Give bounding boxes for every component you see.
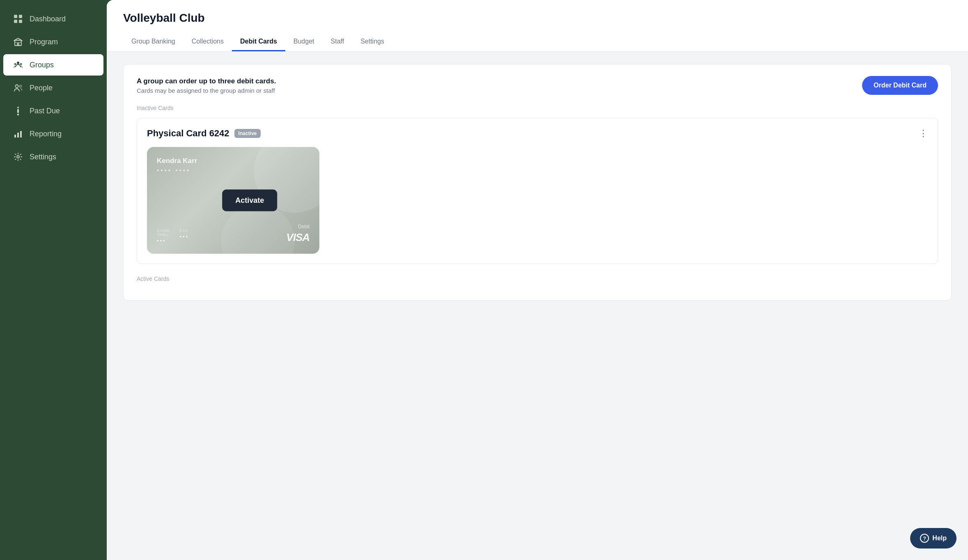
sidebar-item-dashboard[interactable]: Dashboard — [3, 8, 103, 30]
tab-budget[interactable]: Budget — [285, 33, 323, 51]
svg-rect-1 — [19, 15, 22, 18]
tab-staff[interactable]: Staff — [323, 33, 353, 51]
tab-collections[interactable]: Collections — [184, 33, 232, 51]
sidebar-item-label: Groups — [30, 61, 54, 69]
svg-rect-0 — [14, 15, 17, 18]
card-brand: Debit VISA — [286, 224, 310, 244]
svg-point-12 — [20, 85, 22, 87]
svg-rect-13 — [17, 107, 19, 108]
good-thru-label: GOODTHRU — [157, 229, 170, 237]
physical-card-visual: Kendra Karr •••• •••• Activate GOODTHRU … — [147, 147, 319, 254]
alert-icon — [13, 106, 23, 116]
svg-point-8 — [17, 62, 19, 64]
grid-icon — [13, 14, 23, 24]
card-top: Kendra Karr •••• •••• — [157, 157, 310, 174]
sidebar-item-label: Settings — [30, 153, 56, 161]
card-menu-button[interactable]: ⋮ — [919, 129, 928, 138]
svg-rect-15 — [17, 114, 19, 115]
svg-rect-5 — [17, 42, 19, 46]
activate-button[interactable]: Activate — [222, 190, 277, 211]
sidebar-item-groups[interactable]: Groups — [3, 54, 103, 76]
tab-settings[interactable]: Settings — [352, 33, 392, 51]
svg-rect-2 — [14, 20, 17, 23]
svg-point-9 — [14, 63, 16, 65]
cvv-label: CVV — [180, 229, 189, 233]
card-expiry-field: GOODTHRU ••• — [157, 229, 170, 244]
gear-icon — [13, 152, 23, 162]
active-cards-section: Active Cards — [137, 275, 938, 282]
sidebar-item-reporting[interactable]: Reporting — [3, 123, 103, 145]
tab-group-banking[interactable]: Group Banking — [123, 33, 184, 51]
main-panel: Volleyball Club Group Banking Collection… — [107, 0, 968, 560]
svg-rect-17 — [17, 133, 19, 138]
card-cvv-field: CVV ••• — [180, 229, 189, 244]
info-subtext: Cards may be assigned to the group admin… — [137, 87, 276, 94]
svg-point-11 — [16, 85, 18, 88]
info-text: A group can order up to three debit card… — [137, 77, 276, 94]
page-title: Volleyball Club — [123, 11, 952, 25]
sidebar-item-label: People — [30, 84, 53, 92]
sidebar-item-label: Dashboard — [30, 15, 66, 23]
sidebar-item-past-due[interactable]: Past Due — [3, 100, 103, 122]
sidebar-item-people[interactable]: People — [3, 77, 103, 99]
sidebar-item-label: Reporting — [30, 130, 62, 138]
physical-card-container: Physical Card 6242 Inactive ⋮ Kendra Kar… — [137, 118, 938, 264]
sidebar-item-label: Past Due — [30, 107, 60, 115]
info-panel: A group can order up to three debit card… — [123, 64, 952, 301]
svg-rect-6 — [16, 42, 17, 43]
svg-rect-18 — [20, 131, 22, 138]
people-icon — [13, 83, 23, 93]
card-header: Physical Card 6242 Inactive ⋮ — [147, 128, 928, 139]
cvv-value: ••• — [180, 234, 189, 240]
svg-point-10 — [20, 63, 22, 65]
svg-rect-3 — [19, 20, 22, 23]
sidebar: Dashboard Program Groups — [0, 0, 107, 560]
sidebar-item-settings[interactable]: Settings — [3, 146, 103, 168]
card-name: Physical Card 6242 — [147, 128, 229, 139]
svg-point-19 — [17, 156, 19, 158]
content-area: A group can order up to three debit card… — [107, 52, 968, 560]
svg-rect-14 — [17, 109, 19, 113]
tab-bar: Group Banking Collections Debit Cards Bu… — [123, 33, 952, 51]
card-number-dots: •••• •••• — [157, 167, 310, 174]
card-fields-row: GOODTHRU ••• CVV ••• — [157, 229, 189, 244]
help-button[interactable]: ? Help — [910, 528, 957, 549]
order-debit-card-button[interactable]: Order Debit Card — [862, 76, 938, 95]
tab-debit-cards[interactable]: Debit Cards — [232, 33, 285, 51]
visa-logo: VISA — [286, 231, 310, 244]
groups-icon — [13, 60, 23, 70]
svg-rect-16 — [14, 135, 16, 138]
building-icon — [13, 37, 23, 47]
card-status-badge: Inactive — [234, 129, 261, 138]
info-heading: A group can order up to three debit card… — [137, 77, 276, 85]
active-cards-label: Active Cards — [137, 275, 938, 282]
help-icon: ? — [920, 534, 929, 543]
help-label: Help — [932, 535, 947, 542]
inactive-cards-label: Inactive Cards — [137, 105, 938, 111]
sidebar-item-label: Program — [30, 38, 58, 46]
sidebar-item-program[interactable]: Program — [3, 31, 103, 53]
card-holder-name: Kendra Karr — [157, 157, 310, 165]
svg-rect-7 — [20, 42, 21, 43]
chart-icon — [13, 129, 23, 139]
good-thru-value: ••• — [157, 238, 170, 244]
info-row: A group can order up to three debit card… — [137, 76, 938, 95]
debit-label: Debit — [298, 224, 310, 230]
main-header: Volleyball Club Group Banking Collection… — [107, 0, 968, 52]
card-bottom: GOODTHRU ••• CVV ••• Debit VISA — [157, 224, 310, 244]
